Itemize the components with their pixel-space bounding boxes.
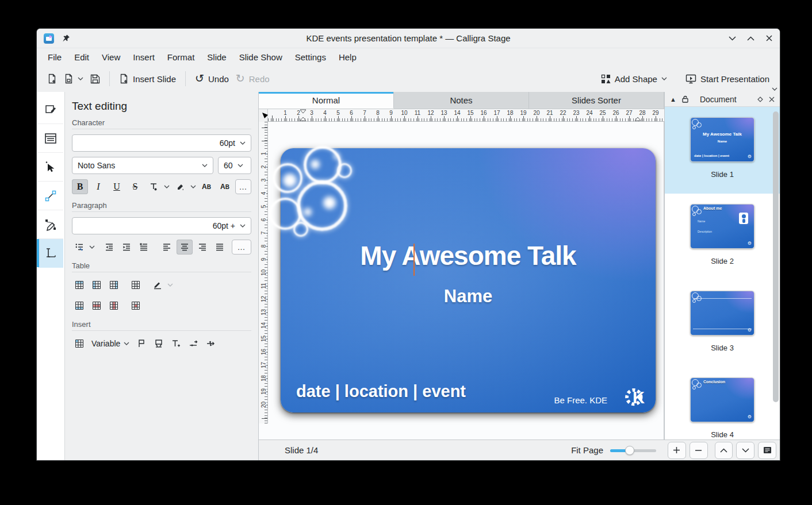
open-document-button[interactable] — [60, 71, 87, 87]
menu-slide-show[interactable]: Slide Show — [233, 50, 289, 64]
align-left-button[interactable] — [159, 240, 174, 255]
slide-thumbnail-2[interactable]: About meNameDescription⚙ — [690, 204, 754, 249]
menu-edit[interactable]: Edit — [68, 50, 95, 64]
first-line-indent-button[interactable] — [136, 240, 151, 255]
section-break-button[interactable] — [151, 336, 166, 351]
start-presentation-button[interactable]: Start Presentation — [682, 71, 773, 87]
paragraph-style-combobox[interactable]: 60pt + — [72, 217, 251, 234]
border-pen-chevron-icon[interactable] — [167, 283, 173, 287]
slide-thumbnail-3[interactable]: ⚙ — [690, 291, 754, 336]
menu-settings[interactable]: Settings — [289, 50, 332, 64]
insert-column-left-button[interactable] — [89, 277, 104, 292]
lock-icon[interactable] — [682, 95, 688, 103]
move-slide-down-button[interactable] — [736, 442, 754, 459]
maximize-button[interactable] — [746, 34, 754, 43]
close-button[interactable] — [765, 34, 773, 43]
bookmark-icon-button[interactable] — [134, 336, 149, 351]
menu-help[interactable]: Help — [332, 50, 363, 64]
document-panel-scrollbar[interactable] — [773, 111, 779, 414]
menu-slide[interactable]: Slide — [201, 50, 232, 64]
tool-edit-shape[interactable] — [38, 95, 63, 124]
character-more-button[interactable]: … — [235, 179, 251, 194]
slide-list-item-3[interactable]: ⚙Slide 3 — [665, 280, 780, 367]
slide-editor[interactable]: My Awesome Talk Name date | location | e… — [281, 148, 656, 413]
margin-marker-right[interactable] — [634, 117, 641, 121]
distribute-arrows-button[interactable] — [203, 336, 218, 351]
strikethrough-button[interactable]: S — [127, 179, 143, 194]
decrease-indent-button[interactable] — [102, 240, 117, 255]
insert-row-above-button[interactable] — [72, 277, 87, 292]
align-right-button[interactable] — [195, 240, 210, 255]
border-pen-button[interactable] — [150, 277, 165, 292]
margin-marker-left[interactable] — [300, 117, 307, 121]
float-panel-icon[interactable] — [757, 97, 763, 102]
undo-button[interactable]: ↺ Undo — [191, 71, 232, 87]
insert-table-button[interactable] — [72, 336, 87, 351]
menu-insert[interactable]: Insert — [127, 50, 161, 64]
subscript-button[interactable]: AB — [217, 179, 233, 194]
insert-row-below-button[interactable] — [72, 298, 87, 313]
list-style-chevron-icon[interactable] — [89, 245, 95, 249]
italic-button[interactable]: I — [90, 179, 106, 194]
bold-button[interactable]: B — [72, 179, 88, 194]
slide-list-item-2[interactable]: About meNameDescription⚙Slide 2 — [665, 194, 780, 280]
tab-slides-sorter[interactable]: Slides Sorter — [529, 92, 664, 109]
tool-connector[interactable] — [38, 182, 63, 210]
paragraph-more-button[interactable]: … — [232, 240, 251, 255]
align-center-button[interactable] — [177, 240, 193, 255]
highlight-color-chevron-icon[interactable] — [190, 185, 196, 188]
slide-thumbnail-4[interactable]: Conclusion⚙ — [690, 377, 754, 422]
variable-dropdown[interactable]: Variable — [91, 339, 129, 348]
slide-subtitle-text[interactable]: Name — [281, 286, 656, 307]
insert-slide-button[interactable]: Insert Slide — [116, 71, 179, 87]
slide-footer-text[interactable]: date | location | event — [296, 382, 466, 401]
text-color-button[interactable] — [145, 179, 162, 194]
insert-column-right-button[interactable] — [106, 277, 121, 292]
collapse-triangle-icon[interactable]: ▲ — [670, 96, 676, 103]
close-panel-icon[interactable] — [769, 97, 775, 102]
slide-thumbnail-1[interactable]: My Awesome TalkNamedate | location | eve… — [690, 117, 754, 162]
tool-text-editing[interactable] — [38, 239, 63, 268]
slide-list-item-1[interactable]: My Awesome TalkNamedate | location | eve… — [665, 107, 780, 194]
delete-row-button[interactable] — [89, 298, 104, 313]
delete-cell-button[interactable] — [128, 298, 143, 313]
menu-file[interactable]: File — [41, 50, 68, 64]
insert-text-button[interactable] — [168, 336, 183, 351]
text-color-chevron-icon[interactable] — [164, 185, 170, 188]
slide-title-text[interactable]: My Awesome Talk — [281, 240, 656, 271]
zoom-slider[interactable] — [610, 446, 656, 455]
character-style-combobox[interactable]: 60pt — [72, 134, 251, 152]
tool-page-layout[interactable] — [38, 124, 63, 153]
add-shape-button[interactable]: Add Shape — [597, 71, 671, 87]
tab-notes[interactable]: Notes — [394, 92, 529, 109]
highlight-color-button[interactable] — [172, 179, 188, 194]
zoom-mode-label[interactable]: Fit Page — [571, 445, 603, 455]
redo-button[interactable]: ↻ Redo — [232, 71, 273, 87]
increase-indent-button[interactable] — [119, 240, 134, 255]
delete-column-button[interactable] — [106, 298, 121, 313]
minimize-button[interactable] — [728, 34, 736, 43]
align-justify-button[interactable] — [212, 240, 227, 255]
font-size-combobox[interactable]: 60 — [218, 157, 251, 174]
new-document-button[interactable] — [44, 71, 60, 87]
open-recent-chevron-icon[interactable] — [78, 77, 83, 80]
menu-format[interactable]: Format — [161, 50, 201, 64]
indent-marker[interactable] — [300, 109, 307, 114]
tab-normal[interactable]: Normal — [259, 92, 394, 109]
add-slide-button[interactable] — [668, 442, 686, 459]
superscript-button[interactable]: AB — [198, 179, 215, 194]
slide-list-item-4[interactable]: Conclusion⚙Slide 4 — [665, 367, 780, 440]
move-slide-up-button[interactable] — [715, 442, 733, 459]
pin-icon[interactable] — [62, 34, 70, 43]
underline-button[interactable]: U — [109, 179, 125, 194]
merge-cells-button[interactable] — [128, 277, 143, 292]
menu-view[interactable]: View — [95, 50, 127, 64]
font-family-combobox[interactable]: Noto Sans — [72, 157, 213, 174]
curve-node-button[interactable] — [186, 336, 201, 351]
slide-canvas[interactable]: 1234567891011121314151617181920 — [259, 122, 664, 440]
tool-path-edit[interactable] — [38, 210, 63, 239]
remove-slide-button[interactable] — [690, 442, 708, 459]
zoom-slider-handle[interactable] — [625, 446, 634, 455]
tool-select[interactable] — [38, 153, 63, 182]
list-style-button[interactable] — [72, 240, 87, 255]
